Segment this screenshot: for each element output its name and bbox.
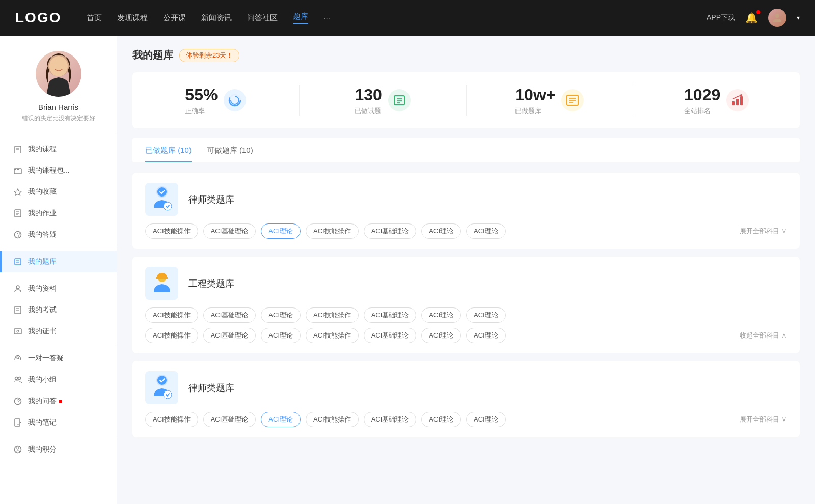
stat-ranking-value: 1029 (684, 85, 720, 104)
stat-questions-text: 130 已做试题 (355, 85, 382, 116)
favorites-icon (13, 187, 23, 197)
quiz-card-2-tags-row2: ACI技能操作 ACI基础理论 ACI理论 ACI技能操作 ACI基础理论 AC… (145, 328, 787, 343)
svg-point-54 (157, 376, 167, 385)
sidebar-divider-4 (0, 436, 117, 436)
tag-3-4[interactable]: ACI技能操作 (306, 412, 359, 427)
svg-point-26 (15, 377, 18, 380)
svg-point-46 (740, 94, 742, 96)
tag-1-6[interactable]: ACI理论 (421, 223, 461, 239)
nav-item-home[interactable]: 首页 (87, 13, 102, 23)
quiz-card-1-header: 律师类题库 (145, 183, 787, 216)
trial-badge: 体验剩余23天！ (179, 49, 239, 62)
tag-2-1-7[interactable]: ACI理论 (466, 307, 506, 323)
sidebar-item-course-package[interactable]: 我的课程包... (0, 160, 117, 181)
tag-1-5[interactable]: ACI基础理论 (364, 223, 417, 239)
stat-accuracy-label: 正确率 (185, 106, 218, 116)
nav-item-qa[interactable]: 问答社区 (247, 13, 278, 23)
sidebar-label: 我的作业 (28, 209, 57, 218)
collapse-link-2[interactable]: 收起全部科目 ∧ (740, 331, 787, 340)
tag-3-2[interactable]: ACI基础理论 (203, 412, 256, 427)
svg-point-32 (17, 447, 19, 449)
quiz-card-3-icon (145, 371, 178, 404)
svg-rect-8 (17, 169, 19, 170)
user-motto: 错误的决定比没有决定要好 (22, 114, 95, 123)
svg-rect-43 (732, 101, 735, 105)
notification-bell[interactable]: 🔔 (745, 12, 758, 24)
tag-1-1[interactable]: ACI技能操作 (145, 223, 198, 239)
sidebar-divider-3 (0, 345, 117, 345)
svg-point-27 (18, 377, 21, 380)
nav-item-courses[interactable]: 发现课程 (117, 13, 148, 23)
expand-link-1[interactable]: 展开全部科目 ∨ (740, 227, 787, 236)
sidebar-label: 我的考试 (28, 305, 57, 315)
tag-2-1-4[interactable]: ACI技能操作 (306, 307, 359, 323)
nav-item-quiz[interactable]: 题库 (293, 12, 308, 24)
sidebar-item-quiz-bank[interactable]: 我的题库 (0, 251, 117, 272)
sidebar-label: 我的证书 (28, 327, 57, 336)
sidebar-item-points[interactable]: 我的积分 (0, 439, 117, 460)
user-avatar-nav[interactable] (768, 9, 786, 27)
stat-ranking: 1029 全站排名 (633, 85, 800, 116)
quiz-card-2-tags-list-1: ACI技能操作 ACI基础理论 ACI理论 ACI技能操作 ACI基础理论 AC… (145, 307, 787, 323)
sidebar-menu: 我的课程 我的课程包... 我的收藏 我的作业 (0, 133, 117, 465)
sidebar-item-certificate[interactable]: 我的证书 (0, 321, 117, 342)
tag-2-1-6[interactable]: ACI理论 (421, 307, 461, 323)
tag-3-5[interactable]: ACI基础理论 (364, 412, 417, 427)
tag-1-7[interactable]: ACI理论 (466, 223, 506, 239)
tag-3-3[interactable]: ACI理论 (261, 412, 301, 427)
tag-2-1-2[interactable]: ACI基础理论 (203, 307, 256, 323)
sidebar-item-my-courses[interactable]: 我的课程 (0, 138, 117, 160)
tag-2-2-7[interactable]: ACI理论 (466, 328, 506, 343)
tag-2-2-5[interactable]: ACI基础理论 (364, 328, 417, 343)
sidebar-item-profile[interactable]: 我的资料 (0, 278, 117, 299)
nav-item-more[interactable]: ··· (323, 14, 330, 22)
tab-available[interactable]: 可做题库 (10) (207, 138, 253, 162)
tag-1-3[interactable]: ACI理论 (261, 223, 301, 239)
svg-point-55 (164, 390, 172, 399)
expand-link-3[interactable]: 展开全部科目 ∨ (740, 415, 787, 424)
nav-item-news[interactable]: 新闻资讯 (201, 13, 232, 23)
tag-3-1[interactable]: ACI技能操作 (145, 412, 198, 427)
tag-2-2-4[interactable]: ACI技能操作 (306, 328, 359, 343)
sidebar-item-tutor[interactable]: 一对一答疑 (0, 348, 117, 369)
sidebar-item-favorites[interactable]: 我的收藏 (0, 181, 117, 203)
stat-accuracy-text: 55% 正确率 (185, 85, 218, 116)
tabs-row: 已做题库 (10) 可做题库 (10) (132, 138, 800, 162)
sidebar: Brian Harris 错误的决定比没有决定要好 我的课程 我的课程包... (0, 36, 117, 504)
tag-2-1-3[interactable]: ACI理论 (261, 307, 301, 323)
sidebar-item-exam[interactable]: 我的考试 (0, 299, 117, 321)
nav-item-open-courses[interactable]: 公开课 (163, 13, 186, 23)
quiz-card-3-title: 律师类题库 (188, 382, 234, 394)
sidebar-item-homework[interactable]: 我的作业 (0, 203, 117, 224)
quiz-card-2-icon (145, 267, 178, 300)
tag-2-2-6[interactable]: ACI理论 (421, 328, 461, 343)
tag-2-2-3[interactable]: ACI理论 (261, 328, 301, 343)
sidebar-item-qa-my[interactable]: ? 我的答疑 (0, 224, 117, 245)
svg-rect-7 (14, 169, 16, 170)
svg-rect-44 (736, 99, 739, 105)
homework-icon (13, 208, 23, 218)
sidebar-item-group[interactable]: 我的小组 (0, 369, 117, 390)
sidebar-item-notes[interactable]: 我的笔记 (0, 412, 117, 433)
tag-1-2[interactable]: ACI基础理论 (203, 223, 256, 239)
tag-2-1-5[interactable]: ACI基础理论 (364, 307, 417, 323)
tag-3-7[interactable]: ACI理论 (466, 412, 506, 427)
sidebar-item-my-qa[interactable]: ? 我的问答 (0, 390, 117, 412)
quiz-card-1-tags-list: ACI技能操作 ACI基础理论 ACI理论 ACI技能操作 ACI基础理论 AC… (145, 223, 740, 239)
sidebar-label: 我的答疑 (28, 230, 57, 239)
tag-1-4[interactable]: ACI技能操作 (306, 223, 359, 239)
stat-questions-label: 已做试题 (355, 106, 382, 116)
quiz-card-1-icon (145, 183, 178, 216)
svg-text:?: ? (17, 399, 20, 404)
user-menu-chevron[interactable]: ▾ (797, 14, 800, 21)
tag-3-6[interactable]: ACI理论 (421, 412, 461, 427)
tag-2-2-2[interactable]: ACI基础理论 (203, 328, 256, 343)
app-download-link[interactable]: APP下载 (707, 13, 735, 22)
stat-quiz-banks: 10w+ 已做题库 (467, 85, 634, 116)
tag-2-2-1[interactable]: ACI技能操作 (145, 328, 198, 343)
sidebar-label: 我的资料 (28, 284, 57, 293)
course-package-icon (13, 165, 23, 176)
tag-2-1-1[interactable]: ACI技能操作 (145, 307, 198, 323)
notes-icon (13, 417, 23, 428)
tab-done[interactable]: 已做题库 (10) (145, 138, 192, 162)
